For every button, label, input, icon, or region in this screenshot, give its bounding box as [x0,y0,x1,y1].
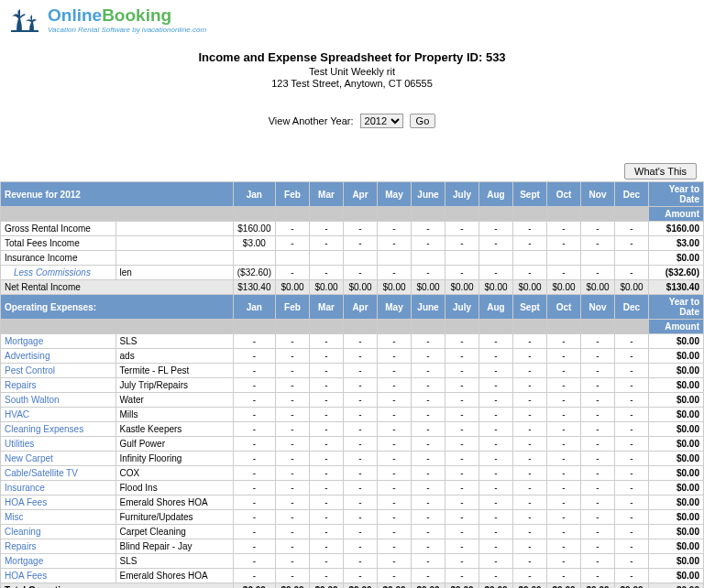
row-label[interactable]: Insurance [1,481,116,495]
cell: - [446,334,479,349]
summary-label: Net Rental Income [1,280,234,295]
summary-cell: $0.00 [412,583,446,589]
row-label[interactable]: Cleaning Expenses [1,422,116,437]
row-label[interactable]: Pest Control [1,364,116,378]
go-button[interactable]: Go [410,114,436,128]
cell: - [581,422,615,437]
cell: - [310,349,344,364]
cell: - [547,525,581,539]
page-header: Income and Expense Spreadsheet for Prope… [0,38,704,97]
cell: - [276,334,310,349]
cell: - [412,437,446,452]
cell: - [513,525,547,539]
cell: - [547,364,581,378]
month-header: Mar [310,182,344,207]
row-label[interactable]: HOA Fees [1,569,116,583]
summary-cell: $0.00 [581,280,615,295]
cell: - [378,408,412,422]
cell: - [547,437,581,452]
cell: - [310,437,344,452]
month-header: Nov [581,295,615,320]
cell: - [547,236,581,251]
cell: - [310,554,344,569]
cell: - [446,569,479,583]
row-label[interactable]: Advertising [1,349,116,364]
cell: - [581,364,615,378]
cell: - [446,266,479,280]
month-header: Sept [513,295,547,320]
cell: - [412,452,446,466]
summary-cell: $0.00 [615,583,649,589]
cell: - [310,266,344,280]
cell: - [344,569,378,583]
cell: - [344,334,378,349]
cell: - [581,437,615,452]
whats-this-button[interactable]: What's This [624,163,697,180]
cell: - [547,554,581,569]
month-header: Apr [344,295,378,320]
row-label[interactable]: Repairs [1,378,116,393]
cell: ($32.60) [233,266,275,280]
ytd-cell: $0.00 [649,569,704,583]
cell: - [276,481,310,495]
cell: - [615,422,649,437]
cell: - [513,408,547,422]
cell: - [446,349,479,364]
row-label[interactable]: Mortgage [1,334,116,349]
row-label[interactable]: Utilities [1,437,116,452]
year-select[interactable]: 2012 [360,114,403,128]
row-desc [116,222,233,236]
cell: - [547,222,581,236]
cell: - [310,510,344,525]
cell: - [344,349,378,364]
cell: - [615,466,649,481]
cell: - [446,495,479,510]
cell: - [310,334,344,349]
row-label[interactable]: Cable/Satellite TV [1,466,116,481]
row-label[interactable]: Mortgage [1,554,116,569]
cell: - [344,495,378,510]
cell: - [513,466,547,481]
cell: - [615,408,649,422]
cell: - [615,364,649,378]
row-label[interactable]: HVAC [1,408,116,422]
summary-cell: $0.00 [581,583,615,589]
cell: - [276,466,310,481]
row-label[interactable]: Misc [1,510,116,525]
cell: - [547,408,581,422]
cell: - [412,349,446,364]
cell: - [479,437,513,452]
cell: - [513,481,547,495]
cell: - [412,222,446,236]
cell: - [547,452,581,466]
cell: - [581,222,615,236]
cell: - [513,452,547,466]
summary-cell: $0.00 [378,280,412,295]
summary-cell: $0.00 [547,583,581,589]
cell: - [479,349,513,364]
row-label[interactable]: Cleaning [1,525,116,539]
cell: - [581,495,615,510]
cell: - [233,510,275,525]
cell: - [446,393,479,408]
cell: - [412,408,446,422]
cell: - [446,364,479,378]
row-label[interactable]: South Walton [1,393,116,408]
cell: - [378,466,412,481]
row-desc: Kastle Keepers [116,422,233,437]
row-label[interactable]: HOA Fees [1,495,116,510]
month-header: July [446,182,479,207]
cell: - [344,452,378,466]
row-desc: Blind Repair - Jay [116,539,233,554]
ytd-cell: $0.00 [649,251,704,266]
cell: - [615,525,649,539]
cell: - [513,422,547,437]
cell: - [581,554,615,569]
row-label[interactable]: Repairs [1,539,116,554]
summary-cell: $0.00 [547,280,581,295]
row-label[interactable]: New Carpet [1,452,116,466]
cell: - [378,222,412,236]
year-selector: View Another Year: 2012 Go [0,97,704,139]
section-header: Operating Expenses: [1,295,234,320]
row-label: Total Fees Income [1,236,116,251]
